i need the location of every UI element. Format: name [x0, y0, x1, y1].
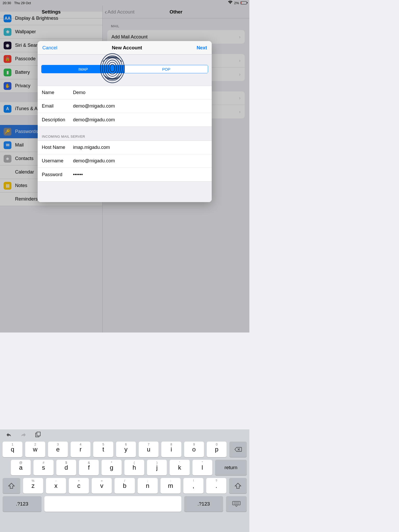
- sidebar-item-label: Notes: [15, 183, 27, 188]
- passcode-icon: 🔒: [4, 55, 11, 63]
- sheet-nav: Cancel New Account Next: [38, 41, 212, 55]
- battery-icon: [241, 1, 247, 4]
- seg-imap[interactable]: IMAP: [42, 65, 125, 73]
- field-password[interactable]: Password ••••••: [38, 168, 212, 181]
- mail-icon: ✉: [4, 141, 11, 149]
- sidebar-item-label: Battery: [15, 70, 30, 75]
- siri-search-icon: ◉: [4, 42, 11, 49]
- sidebar-item-label: Reminders: [15, 196, 38, 202]
- chevron-left-icon: ‹: [105, 9, 107, 15]
- sidebar-item-label: Calendar: [15, 169, 34, 175]
- sidebar-item-label: Wallpaper: [15, 29, 36, 35]
- sidebar-item-label: Display & Brightness: [15, 16, 58, 21]
- sidebar-item-wallpaper[interactable]: ❀Wallpaper: [0, 25, 102, 39]
- field-username[interactable]: Username demo@migadu.com: [38, 154, 212, 168]
- itunes-appstore-icon: A: [4, 105, 11, 113]
- field-name[interactable]: Name Demo: [38, 86, 212, 99]
- wallpaper-icon: ❀: [4, 28, 11, 36]
- field-hostname[interactable]: Host Name imap.migadu.com: [38, 141, 212, 154]
- passwords-accounts-icon: 🔑: [4, 128, 11, 136]
- back-button[interactable]: ‹ Add Account: [105, 9, 135, 15]
- battery-icon: ▮: [4, 69, 11, 76]
- display-brightness-icon: AA: [4, 15, 11, 22]
- next-button[interactable]: Next: [197, 45, 207, 51]
- wifi-icon: [228, 1, 232, 5]
- status-bar: 20:30 Thu 29 Oct 2%: [0, 0, 249, 6]
- detail-nav: ‹ Add Account Other: [103, 6, 249, 18]
- chevron-right-icon: ›: [239, 58, 241, 63]
- battery-percent: 2%: [234, 1, 239, 5]
- new-account-sheet: Cancel New Account Next IMAP POP Name De…: [38, 41, 212, 202]
- sidebar-item-label: Privacy: [15, 83, 30, 89]
- contacts-icon: ☻: [4, 155, 11, 163]
- reminders-icon: ☰: [4, 195, 11, 203]
- field-email[interactable]: Email demo@migadu.com: [38, 99, 212, 113]
- sidebar-item-label: Contacts: [15, 156, 34, 161]
- sheet-title: New Account: [112, 45, 142, 51]
- detail-title: Other: [170, 9, 182, 15]
- chevron-right-icon: ›: [239, 109, 241, 115]
- status-date: Thu 29 Oct: [14, 1, 31, 5]
- seg-pop[interactable]: POP: [125, 65, 208, 73]
- mail-section-header: MAIL: [103, 18, 249, 30]
- notes-icon: ▤: [4, 182, 11, 190]
- calendar-icon: ▦: [4, 168, 11, 176]
- chevron-right-icon: ›: [239, 72, 241, 77]
- status-time: 20:30: [3, 1, 11, 5]
- privacy-icon: ✋: [4, 82, 11, 90]
- incoming-fields: Host Name imap.migadu.com Username demo@…: [38, 141, 212, 182]
- field-description[interactable]: Description demo@migadu.com: [38, 113, 212, 127]
- protocol-segmented: IMAP POP: [41, 65, 208, 73]
- sidebar-item-label: Passcode: [15, 56, 36, 62]
- cancel-button[interactable]: Cancel: [42, 45, 57, 51]
- sidebar-item-display-brightness[interactable]: AADisplay & Brightness: [0, 12, 102, 25]
- account-fields: Name Demo Email demo@migadu.com Descript…: [38, 86, 212, 127]
- sidebar-item-label: Mail: [15, 142, 24, 148]
- chevron-right-icon: ›: [239, 34, 241, 40]
- incoming-header: INCOMING MAIL SERVER: [38, 127, 212, 141]
- chevron-right-icon: ›: [239, 95, 241, 101]
